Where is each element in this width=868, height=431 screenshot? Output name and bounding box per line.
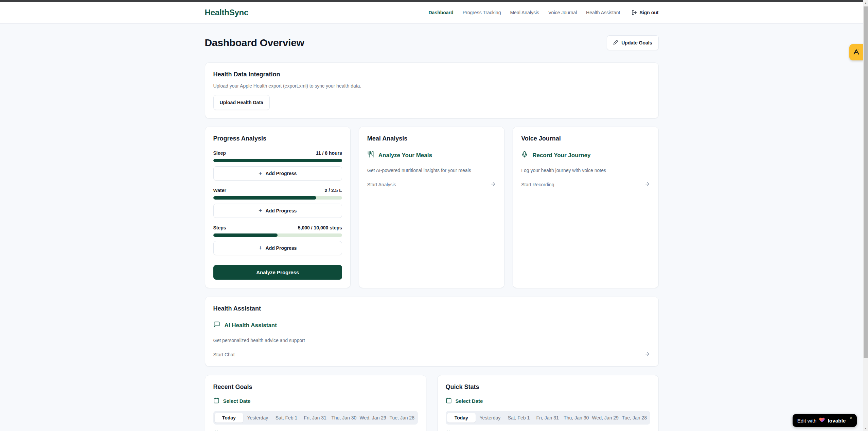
add-progress-sleep-button[interactable]: + Add Progress bbox=[213, 166, 342, 181]
health-assistant-card: Health Assistant AI Health Assistant Get… bbox=[205, 297, 659, 367]
meal-description: Get AI-powered nutritional insights for … bbox=[367, 168, 496, 173]
calendar-icon bbox=[446, 397, 452, 405]
record-your-journey-link[interactable]: Record Your Journey bbox=[521, 151, 650, 160]
metric-label: Steps bbox=[213, 225, 226, 230]
metric-value: 2 / 2.5 L bbox=[324, 188, 342, 193]
nav-item-voice-journal[interactable]: Voice Journal bbox=[548, 10, 577, 15]
add-progress-water-button[interactable]: + Add Progress bbox=[213, 204, 342, 218]
tab-sat-feb-1[interactable]: Sat, Feb 1 bbox=[504, 413, 533, 423]
tab-tue-jan-28[interactable]: Tue, Jan 28 bbox=[620, 413, 649, 423]
add-progress-steps-button[interactable]: + Add Progress bbox=[213, 241, 342, 255]
plus-icon: + bbox=[259, 245, 262, 251]
progress-bar-water bbox=[213, 196, 342, 200]
scrollbar-up-arrow[interactable]: ▲ bbox=[863, 0, 868, 5]
tab-today[interactable]: Today bbox=[215, 413, 244, 423]
calendar-icon bbox=[213, 397, 219, 405]
analyze-your-meals-link[interactable]: Analyze Your Meals bbox=[367, 151, 496, 160]
mic-icon bbox=[521, 151, 528, 160]
recent-goals-select-date[interactable]: Select Date bbox=[213, 397, 418, 405]
badge-brand: lovable bbox=[828, 418, 846, 424]
start-recording-link[interactable]: Start Recording bbox=[521, 181, 650, 188]
tab-fri-jan-31[interactable]: Fri, Jan 31 bbox=[533, 413, 562, 423]
arrow-right-icon bbox=[644, 351, 650, 358]
update-goals-button[interactable]: Update Goals bbox=[607, 35, 658, 50]
plus-icon: + bbox=[259, 170, 262, 176]
nav-item-dashboard[interactable]: Dashboard bbox=[429, 10, 454, 15]
arrow-right-icon bbox=[490, 181, 496, 188]
upload-health-data-button[interactable]: Upload Health Data bbox=[213, 95, 270, 110]
nav-item-health-assistant[interactable]: Health Assistant bbox=[586, 10, 620, 15]
heart-icon bbox=[819, 417, 825, 424]
meal-analysis-card: Meal Analysis Analyze Your Meals Get AI-… bbox=[359, 127, 504, 288]
scrollbar[interactable]: ▲ ▼ bbox=[863, 0, 868, 431]
sign-out-button[interactable]: Sign out bbox=[632, 10, 659, 15]
assistant-title: Health Assistant bbox=[213, 305, 650, 312]
tab-sat-feb-1[interactable]: Sat, Feb 1 bbox=[272, 413, 301, 423]
lovable-mark-icon bbox=[853, 48, 860, 57]
header: HealthSync Dashboard Progress Tracking M… bbox=[0, 2, 863, 24]
voice-description: Log your health journey with voice notes bbox=[521, 168, 650, 173]
metric-label: Water bbox=[213, 188, 226, 193]
nav-item-meal-analysis[interactable]: Meal Analysis bbox=[510, 10, 539, 15]
start-chat-link[interactable]: Start Chat bbox=[213, 351, 650, 358]
tab-tue-jan-28[interactable]: Tue, Jan 28 bbox=[388, 413, 417, 423]
start-analysis-link[interactable]: Start Analysis bbox=[367, 181, 496, 188]
metric-value: 11 / 8 hours bbox=[316, 150, 342, 156]
edit-with-lovable-badge[interactable]: Edit with lovable × bbox=[793, 414, 857, 427]
window-top-strip bbox=[0, 0, 868, 2]
nav-item-progress-tracking[interactable]: Progress Tracking bbox=[463, 10, 501, 15]
tab-yesterday[interactable]: Yesterday bbox=[476, 413, 504, 423]
tab-thu-jan-30[interactable]: Thu, Jan 30 bbox=[562, 413, 591, 423]
chat-icon bbox=[213, 321, 220, 330]
integration-description: Upload your Apple Health export (export.… bbox=[213, 83, 650, 89]
quick-stats-card: Quick Stats Select Date Today Yesterday … bbox=[437, 375, 659, 431]
metric-steps: Steps 5,000 / 10,000 steps + Add Progres… bbox=[213, 225, 342, 255]
quick-stats-date-tabs: Today Yesterday Sat, Feb 1 Fri, Jan 31 T… bbox=[446, 411, 650, 425]
metric-value: 5,000 / 10,000 steps bbox=[298, 225, 342, 230]
plus-icon: + bbox=[259, 208, 262, 214]
badge-prefix: Edit with bbox=[797, 418, 817, 424]
progress-title: Progress Analysis bbox=[213, 135, 342, 142]
recent-goals-card: Recent Goals Select Date Today Yesterday… bbox=[205, 375, 426, 431]
progress-bar-steps bbox=[213, 233, 342, 237]
recent-goals-title: Recent Goals bbox=[213, 383, 418, 391]
integration-title: Health Data Integration bbox=[213, 71, 650, 78]
ai-health-assistant-link[interactable]: AI Health Assistant bbox=[213, 321, 650, 330]
page-title: Dashboard Overview bbox=[205, 37, 304, 49]
lovable-edit-fab[interactable] bbox=[849, 44, 863, 60]
progress-analysis-card: Progress Analysis Sleep 11 / 8 hours + A… bbox=[205, 127, 351, 288]
arrow-right-icon bbox=[644, 181, 650, 188]
metric-label: Sleep bbox=[213, 150, 226, 156]
progress-bar-sleep bbox=[213, 159, 342, 162]
meal-title: Meal Analysis bbox=[367, 135, 496, 142]
assistant-description: Get personalized health advice and suppo… bbox=[213, 338, 650, 343]
tab-wed-jan-29[interactable]: Wed, Jan 29 bbox=[591, 413, 620, 423]
metric-sleep: Sleep 11 / 8 hours + Add Progress bbox=[213, 150, 342, 181]
page: HealthSync Dashboard Progress Tracking M… bbox=[0, 2, 863, 431]
tab-fri-jan-31[interactable]: Fri, Jan 31 bbox=[301, 413, 330, 423]
health-data-integration-card: Health Data Integration Upload your Appl… bbox=[205, 62, 659, 118]
tab-yesterday[interactable]: Yesterday bbox=[243, 413, 272, 423]
close-icon[interactable]: × bbox=[850, 416, 852, 420]
sign-out-label: Sign out bbox=[640, 10, 659, 15]
tab-thu-jan-30[interactable]: Thu, Jan 30 bbox=[330, 413, 358, 423]
brand-logo[interactable]: HealthSync bbox=[205, 8, 249, 17]
main-nav: Dashboard Progress Tracking Meal Analysi… bbox=[429, 10, 659, 15]
scrollbar-down-arrow[interactable]: ▼ bbox=[863, 426, 868, 431]
recent-goals-date-tabs: Today Yesterday Sat, Feb 1 Fri, Jan 31 T… bbox=[213, 411, 418, 425]
voice-journal-card: Voice Journal Record Your Journey Log yo… bbox=[513, 127, 658, 288]
quick-stats-select-date[interactable]: Select Date bbox=[446, 397, 650, 405]
metric-water: Water 2 / 2.5 L + Add Progress bbox=[213, 188, 342, 218]
log-out-icon bbox=[632, 10, 637, 15]
tab-today[interactable]: Today bbox=[447, 413, 476, 423]
utensils-icon bbox=[367, 151, 374, 160]
quick-stats-title: Quick Stats bbox=[446, 383, 650, 391]
scrollbar-thumb[interactable] bbox=[864, 6, 868, 358]
pencil-icon bbox=[613, 40, 618, 46]
voice-title: Voice Journal bbox=[521, 135, 650, 142]
tab-wed-jan-29[interactable]: Wed, Jan 29 bbox=[358, 413, 388, 423]
analyze-progress-button[interactable]: Analyze Progress bbox=[213, 265, 342, 280]
